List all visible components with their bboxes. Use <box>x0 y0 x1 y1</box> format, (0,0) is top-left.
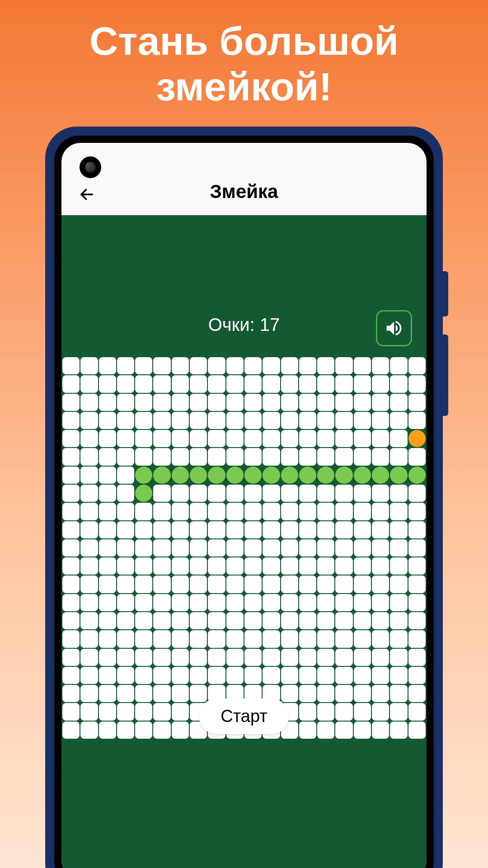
grid-cell <box>354 430 371 447</box>
grid-cell <box>372 630 389 647</box>
grid-cell <box>226 448 244 465</box>
grid-cell <box>153 612 170 629</box>
grid-cell <box>372 685 389 702</box>
grid-cell <box>190 539 207 557</box>
grid-cell <box>263 667 280 684</box>
grid-cell <box>62 357 80 374</box>
grid-cell <box>226 485 244 502</box>
grid-cell <box>117 412 134 429</box>
grid-cell <box>354 503 371 520</box>
grid-cell <box>80 649 98 666</box>
grid-cell <box>244 448 262 465</box>
grid-cell <box>172 703 189 720</box>
snake-segment <box>317 467 334 484</box>
grid-cell <box>281 375 298 392</box>
game-grid[interactable] <box>61 356 427 740</box>
grid-cell <box>226 612 244 629</box>
phone-bezel: Змейка Очки: 17 Старт <box>54 136 434 868</box>
grid-cell <box>263 630 280 647</box>
grid-cell <box>244 667 262 684</box>
grid-cell <box>99 467 116 484</box>
grid-cell <box>390 412 407 429</box>
grid-cell <box>190 576 207 593</box>
grid-cell <box>62 594 80 611</box>
grid-cell <box>153 430 170 447</box>
sound-toggle-button[interactable] <box>376 310 412 346</box>
snake-segment <box>135 467 152 484</box>
grid-cell <box>299 594 316 611</box>
grid-cell <box>335 594 352 611</box>
grid-cell <box>135 557 152 575</box>
grid-cell <box>62 448 80 465</box>
grid-cell <box>335 503 352 520</box>
snake-segment <box>226 467 244 484</box>
grid-cell <box>244 576 262 593</box>
grid-cell <box>281 394 298 411</box>
grid-cell <box>390 557 407 575</box>
grid-cell <box>80 448 98 465</box>
grid-cell <box>317 557 334 575</box>
grid-cell <box>153 667 170 684</box>
grid-cell <box>408 576 426 593</box>
grid-cell <box>263 576 280 593</box>
grid-cell <box>208 649 225 666</box>
grid-cell <box>263 557 280 575</box>
grid-cell <box>153 576 170 593</box>
grid-cell <box>208 576 225 593</box>
grid-cell <box>317 412 334 429</box>
grid-cell <box>390 448 407 465</box>
grid-cell <box>299 430 316 447</box>
grid-cell <box>172 412 189 429</box>
grid-cell <box>172 448 189 465</box>
grid-cell <box>62 576 80 593</box>
grid-cell <box>208 430 225 447</box>
grid-cell <box>62 430 80 447</box>
grid-cell <box>135 703 152 720</box>
grid-cell <box>172 576 189 593</box>
grid-cell <box>335 685 352 702</box>
grid-cell <box>190 667 207 684</box>
grid-cell <box>62 539 80 557</box>
grid-cell <box>172 485 189 502</box>
grid-cell <box>117 521 134 538</box>
grid-cell <box>372 357 389 374</box>
grid-cell <box>153 649 170 666</box>
grid-cell <box>354 594 371 611</box>
grid-cell <box>135 430 152 447</box>
grid-cell <box>354 557 371 575</box>
back-button[interactable] <box>76 184 98 205</box>
grid-cell <box>99 703 116 720</box>
grid-cell <box>390 703 407 720</box>
grid-cell <box>299 576 316 593</box>
grid-cell <box>80 576 98 593</box>
grid-cell <box>153 594 170 611</box>
game-area[interactable]: Очки: 17 Старт <box>61 215 427 868</box>
grid-cell <box>335 667 352 684</box>
grid-cell <box>408 412 426 429</box>
grid-cell <box>354 521 371 538</box>
grid-cell <box>299 503 316 520</box>
grid-cell <box>408 722 426 739</box>
grid-cell <box>317 430 334 447</box>
grid-cell <box>117 485 134 502</box>
grid-cell <box>190 412 207 429</box>
grid-cell <box>153 722 170 739</box>
grid-cell <box>99 430 116 447</box>
grid-cell <box>62 667 80 684</box>
grid-cell <box>317 703 334 720</box>
grid-cell <box>62 722 80 739</box>
grid-cell <box>299 539 316 557</box>
grid-cell <box>372 557 389 575</box>
grid-cell <box>390 485 407 502</box>
grid-cell <box>408 375 426 392</box>
grid-cell <box>80 485 98 502</box>
start-button[interactable]: Старт <box>199 698 289 734</box>
grid-cell <box>408 539 426 557</box>
grid-cell <box>117 703 134 720</box>
grid-cell <box>226 521 244 538</box>
grid-cell <box>208 612 225 629</box>
grid-cell <box>390 722 407 739</box>
grid-cell <box>281 576 298 593</box>
grid-cell <box>244 521 262 538</box>
grid-cell <box>354 722 371 739</box>
